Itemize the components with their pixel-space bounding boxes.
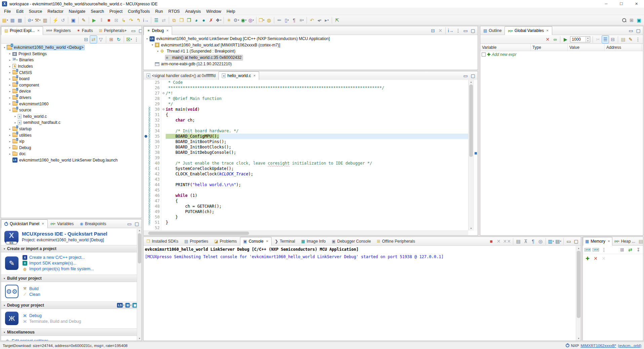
tab-heap[interactable]: (x)=Heap ... — [612, 237, 637, 245]
add-expression-row[interactable]: ✚ Add new expr — [480, 51, 643, 58]
expander-icon[interactable]: ▸ — [8, 102, 12, 105]
expander-icon[interactable]: ▸ — [8, 77, 12, 80]
editor-horizontal-scrollbar[interactable] — [144, 231, 468, 235]
open-console-icon[interactable]: ▤▾ — [555, 237, 562, 245]
debug-tree-item[interactable]: ▾evkcmimxrt1060_hello_world LinkServer D… — [144, 36, 478, 42]
step-over-icon[interactable]: ↷ — [127, 16, 135, 24]
breakpoint-ruler[interactable] — [144, 91, 149, 96]
code-text[interactable]: ch = GETCHAR(); — [166, 204, 468, 209]
focus-context-icon[interactable]: ☒▾ — [125, 35, 133, 43]
code-text[interactable]: BOARD_InitBootPins(); — [166, 139, 468, 144]
project-tree-item[interactable]: ▾evkcmimxrt1060_hello_world <Debug> — [1, 44, 142, 51]
filter-icon[interactable]: ▽ — [97, 35, 105, 43]
project-link[interactable]: (evkcm...orld) — [618, 344, 641, 348]
terminate-icon[interactable]: ■ — [105, 16, 113, 24]
scrollbar-thumb[interactable] — [577, 251, 580, 318]
mark-occurrences-icon[interactable]: ✏ — [276, 16, 283, 24]
view-menu-icon[interactable]: ⋮ — [454, 27, 462, 35]
quickstart-scrollbar[interactable]: ▲ ▼ — [137, 229, 142, 341]
code-text[interactable]: PUTCHAR(ch); — [166, 209, 468, 214]
code-text[interactable]: /* Just enable the trace clock, leave co… — [166, 161, 468, 166]
add-memory-monitor-icon[interactable]: ✚ — [584, 254, 591, 263]
linkserver-probe-button[interactable]: LS▾ — [117, 303, 124, 308]
remove-all-monitors-icon[interactable]: ✕ — [600, 254, 607, 263]
code-text[interactable]: while (1) — [166, 193, 468, 198]
tab-quickstart-panel[interactable]: Quickstart Panel✕ — [1, 219, 48, 228]
line-number[interactable]: 52 — [150, 225, 161, 231]
code-text[interactable]: ****************************************… — [166, 85, 468, 91]
line-number[interactable]: 46 — [150, 193, 161, 198]
project-tree-item[interactable]: ▸Debug — [1, 145, 142, 151]
tab-properties[interactable]: ▤Properties — [181, 237, 211, 245]
line-number[interactable]: 42 — [150, 171, 161, 177]
trace-icon[interactable]: ☰ — [153, 16, 160, 24]
view-menu-icon[interactable]: ⋮ — [133, 35, 140, 43]
code-text[interactable]: int main(void) — [166, 107, 468, 112]
code-text[interactable]: CLOCK_EnableClock(kCLOCK_Trace); — [166, 171, 468, 177]
breakpoint-ruler[interactable] — [144, 209, 149, 214]
refresh-interval-spinner[interactable]: 1000▲▼ — [570, 36, 590, 42]
edit-expression-icon[interactable]: ✎ — [627, 35, 634, 43]
swo-config-icon[interactable]: ● — [200, 16, 207, 24]
run-config-icon[interactable]: ◉▾ — [240, 16, 247, 24]
tab-variables[interactable]: (x)=Variables — [48, 219, 77, 228]
new-memory-view-icon[interactable]: ▤ — [637, 237, 643, 245]
close-tab-icon[interactable]: ✕ — [546, 29, 549, 32]
remove-memory-monitor-icon[interactable]: ✕ — [592, 254, 599, 263]
expander-icon[interactable]: ▸ — [13, 121, 17, 124]
menu-analysis[interactable]: Analysis — [183, 8, 204, 14]
collapse-all-icon[interactable]: ⊟ — [609, 35, 616, 43]
overview-marker[interactable] — [475, 152, 477, 154]
save-icon[interactable]: ▦ — [9, 16, 16, 24]
close-tab-icon[interactable]: ✕ — [37, 29, 40, 32]
minimize-view-icon[interactable]: ▭ — [130, 27, 137, 35]
freeze-icon[interactable]: ✂ — [594, 35, 602, 43]
table-view-icon[interactable]: ⊞ — [108, 35, 115, 43]
project-tree-item[interactable]: ▸Project Settings — [1, 51, 142, 57]
section-header-debug-your-project[interactable]: ▾Debug your projectLS▾⊞▾▣▾ — [1, 302, 142, 309]
maximize-view-icon[interactable]: ▢ — [469, 72, 477, 80]
profile-copy-icon[interactable]: ❒ — [178, 16, 185, 24]
step-into-icon[interactable]: ↳ — [120, 16, 127, 24]
breakpoint-ruler[interactable] — [144, 193, 149, 198]
build-icon[interactable]: ⚒▾ — [34, 16, 41, 24]
tab-offline-peripherals[interactable]: ⊞Offline Peripherals — [374, 237, 418, 245]
gear-icon[interactable]: ⚙▾ — [233, 16, 240, 24]
project-tree-item[interactable]: ▸doc — [1, 151, 142, 157]
quickstart-link-debug[interactable]: ЖDebug — [23, 313, 81, 318]
line-number[interactable]: 29 — [150, 101, 161, 107]
close-tab-icon[interactable]: ✕ — [166, 29, 169, 32]
refresh-icon[interactable]: ↺ — [59, 16, 67, 24]
code-text[interactable]: */ — [166, 101, 468, 107]
close-tab-icon[interactable]: ✕ — [42, 222, 44, 225]
probe-grid-button[interactable]: ⊞▾ — [125, 303, 131, 308]
breakpoint-ruler[interactable] — [144, 134, 149, 139]
breakpoint-ruler[interactable] — [144, 171, 149, 177]
code-text[interactable]: /* Init board hardware. */ — [166, 128, 468, 134]
debug-tree-item[interactable]: ▾evkcmimxrt1060_hello_world.axf [MIMXRT1… — [144, 42, 478, 48]
line-number[interactable]: 30 — [150, 107, 161, 112]
gold-search-icon[interactable]: ◍ — [265, 16, 273, 24]
add-expression-label[interactable]: Add new expr — [492, 52, 516, 57]
spinner-up-icon[interactable]: ▲ — [586, 37, 590, 39]
gui-flash-icon[interactable]: ⚡ — [52, 16, 59, 24]
expander-icon[interactable]: ▸ — [8, 152, 12, 155]
expander-icon[interactable]: ▸ — [8, 90, 12, 93]
instruction-stepping-icon[interactable]: i→ — [142, 16, 150, 24]
menu-source[interactable]: Source — [26, 8, 45, 14]
debug-tree-item[interactable]: ▾Thread #1 1 (Suspended : Breakpoint) — [144, 48, 478, 55]
line-number[interactable]: 36 — [150, 139, 161, 144]
breakpoint-ruler[interactable] — [144, 96, 149, 101]
ide-terminal-icon[interactable]: ▣ — [70, 16, 77, 24]
window-maximize-button[interactable]: ☐ — [614, 0, 629, 8]
breakpoint-ruler[interactable] — [144, 161, 149, 166]
new-wizard-icon[interactable]: ▤▾ — [1, 16, 9, 24]
close-tab-icon[interactable]: ✕ — [266, 240, 269, 243]
annotation-icon[interactable]: ▯▾ — [283, 16, 290, 24]
line-number[interactable]: 39 — [150, 155, 161, 161]
minimize-view-icon[interactable]: ▭ — [462, 72, 469, 80]
tab-image-info[interactable]: ▦Image Info — [298, 237, 329, 245]
project-tree-item[interactable]: ▸CMSIS — [1, 69, 142, 76]
project-tree-item[interactable]: ▸evkcmimxrt1060 — [1, 101, 142, 107]
skip-all-breakpoints-icon[interactable]: ⊘▾ — [27, 16, 34, 24]
